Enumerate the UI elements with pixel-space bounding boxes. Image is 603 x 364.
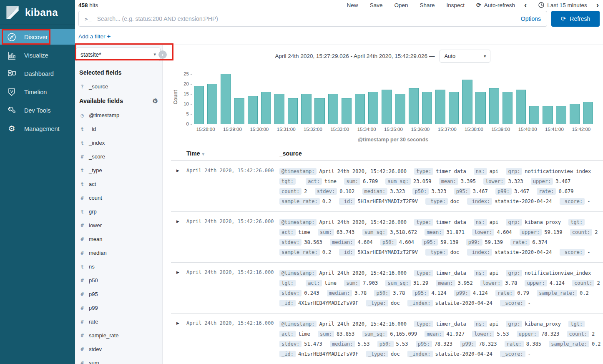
source-field: type:timer_data xyxy=(414,217,466,227)
histogram-bar[interactable] xyxy=(274,94,284,124)
menu-save[interactable]: Save xyxy=(370,2,383,8)
source-field: sample_rate:0.2 xyxy=(279,196,331,206)
field-type-badge: t xyxy=(79,168,85,173)
source-field: _index:statsite-2020-04-24 xyxy=(407,349,492,359)
histogram-bar[interactable] xyxy=(301,94,311,124)
histogram-bar[interactable] xyxy=(543,106,553,124)
field-lower[interactable]: #lower xyxy=(75,218,162,232)
field-sample_rate[interactable]: #sample_rate xyxy=(75,329,162,342)
field-p50[interactable]: #p50 xyxy=(75,274,162,287)
field-grp[interactable]: tgrp xyxy=(75,205,162,218)
search-input[interactable] xyxy=(97,15,521,22)
menu-inspect[interactable]: Inspect xyxy=(446,2,465,8)
histogram-bar[interactable] xyxy=(207,84,217,124)
field-_index[interactable]: t_index xyxy=(75,136,162,150)
histogram-bar[interactable] xyxy=(261,92,271,124)
top-toolbar: 458 hits NewSaveOpenShareInspect ⟳ Auto-… xyxy=(75,0,603,9)
expand-icon[interactable]: ▶ xyxy=(176,219,179,223)
field-p95[interactable]: #p95 xyxy=(75,287,162,301)
histogram-bar[interactable] xyxy=(502,92,513,124)
field-_id[interactable]: t_id xyxy=(75,122,162,136)
histogram-bar[interactable] xyxy=(583,102,593,124)
field-value: 3.323 xyxy=(390,188,405,194)
field-median[interactable]: #median xyxy=(75,246,162,260)
histogram-bar[interactable] xyxy=(355,94,365,124)
histogram-bar[interactable] xyxy=(449,92,459,124)
histogram-bar[interactable] xyxy=(382,90,392,124)
expand-icon[interactable]: ▶ xyxy=(176,168,179,173)
collapse-panel-button[interactable]: ‹ xyxy=(158,50,167,59)
time-column-header[interactable]: Time▾ xyxy=(186,150,279,157)
options-link[interactable]: Options xyxy=(521,15,547,22)
field-value: - xyxy=(587,198,590,204)
field-stdev[interactable]: #stdev xyxy=(75,342,162,356)
field-key: mean: xyxy=(436,280,455,286)
histogram-bar[interactable] xyxy=(342,98,352,124)
histogram-bar[interactable] xyxy=(395,94,405,124)
field-_source[interactable]: ?_source xyxy=(75,80,162,93)
field-p99[interactable]: #p99 xyxy=(75,301,162,315)
histogram-bar[interactable] xyxy=(475,92,485,124)
auto-refresh-button[interactable]: ⟳ Auto-refresh xyxy=(476,2,515,8)
field-value: 0.243 xyxy=(304,290,319,296)
menu-open[interactable]: Open xyxy=(394,2,408,8)
field-rate[interactable]: #rate xyxy=(75,315,162,329)
field-key: ns: xyxy=(474,168,487,175)
menu-new[interactable]: New xyxy=(347,2,358,8)
histogram-bar[interactable] xyxy=(409,88,419,124)
field-value: 2 xyxy=(304,188,307,194)
histogram-bar[interactable] xyxy=(328,94,338,124)
add-filter-link[interactable]: Add a filter+ xyxy=(78,33,111,40)
interval-select[interactable]: Auto ▾ xyxy=(440,50,490,63)
histogram-bar[interactable] xyxy=(194,86,204,124)
timelion-shield-icon xyxy=(7,87,17,97)
field-value: 4.124 xyxy=(431,290,446,296)
field-sum[interactable]: #sum xyxy=(75,356,162,364)
sidebar-item-visualize[interactable]: Visualize xyxy=(0,48,75,63)
time-back-button[interactable]: ‹ xyxy=(524,2,527,8)
field-key: sum_sq: xyxy=(385,280,411,286)
histogram-bar[interactable] xyxy=(489,88,499,124)
field-name: act xyxy=(89,181,96,187)
auto-refresh-icon: ⟳ xyxy=(476,2,481,8)
field-key: act: xyxy=(306,178,322,185)
histogram-bar[interactable] xyxy=(314,98,324,124)
menu-share[interactable]: Share xyxy=(420,2,435,8)
histogram-bar[interactable] xyxy=(529,106,539,124)
histogram-bar[interactable] xyxy=(234,98,244,124)
kibana-logo[interactable]: kibana xyxy=(0,0,75,25)
field-ns[interactable]: tns xyxy=(75,260,162,274)
field-_type[interactable]: t_type xyxy=(75,163,162,177)
histogram-bar[interactable] xyxy=(368,92,378,124)
sidebar-item-dev-tools[interactable]: Dev Tools xyxy=(0,103,75,118)
histogram-bar[interactable] xyxy=(422,92,432,124)
sidebar-item-discover[interactable]: Discover xyxy=(0,29,75,45)
field-@timestamp[interactable]: ◷@timestamp xyxy=(75,108,162,122)
histogram-bar[interactable] xyxy=(435,90,445,124)
sidebar-item-management[interactable]: ⚙Management xyxy=(0,121,75,136)
field-count[interactable]: #count xyxy=(75,191,162,205)
source-field: p99:78.323 xyxy=(460,339,497,349)
histogram-bar[interactable] xyxy=(288,98,298,124)
index-pattern-selector[interactable]: statsite* ▾ xyxy=(76,48,161,61)
histogram-bar[interactable] xyxy=(462,80,472,124)
field-key: lower: xyxy=(480,280,502,286)
time-forward-button[interactable]: › xyxy=(596,2,599,8)
sidebar-item-dashboard[interactable]: Dashboard xyxy=(0,66,75,81)
histogram-bar[interactable] xyxy=(516,90,526,124)
histogram-bar[interactable] xyxy=(570,104,580,124)
field-key: sample_rate: xyxy=(279,198,320,205)
refresh-button[interactable]: ⟳ Refresh xyxy=(551,11,600,27)
field-settings-gear-icon[interactable]: ⚙ xyxy=(153,97,158,105)
timepicker-button[interactable]: Last 15 minutes xyxy=(538,2,587,8)
histogram-bar[interactable] xyxy=(221,74,231,124)
expand-icon[interactable]: ▶ xyxy=(176,270,179,274)
histogram-bar[interactable] xyxy=(248,96,258,124)
field-_score[interactable]: #_score xyxy=(75,150,162,163)
field-act[interactable]: tact xyxy=(75,177,162,191)
field-mean[interactable]: #mean xyxy=(75,232,162,246)
histogram-bar[interactable] xyxy=(556,106,566,124)
expand-icon[interactable]: ▶ xyxy=(176,321,179,325)
source-field: act:time xyxy=(306,278,337,288)
sidebar-item-timelion[interactable]: Timelion xyxy=(0,84,75,100)
